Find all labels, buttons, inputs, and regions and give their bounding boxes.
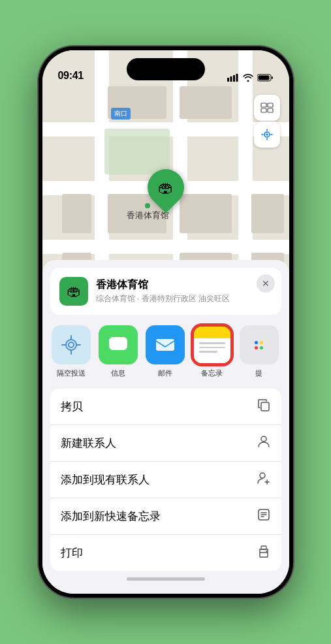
share-item-more[interactable]: 提 xyxy=(240,325,279,378)
action-copy-label: 拷贝 xyxy=(61,399,83,414)
action-print-label: 打印 xyxy=(61,545,83,560)
print-icon xyxy=(257,544,271,562)
status-icons xyxy=(227,74,274,82)
svg-point-12 xyxy=(66,340,76,350)
svg-rect-20 xyxy=(260,553,268,557)
venue-subtitle: 综合体育馆 · 香港特别行政区 油尖旺区 xyxy=(96,293,272,304)
share-item-notes[interactable]: 备忘录 xyxy=(193,325,232,378)
svg-rect-8 xyxy=(261,108,266,112)
message-icon-box xyxy=(99,325,138,364)
message-label: 信息 xyxy=(111,368,125,378)
signal-icon xyxy=(227,74,239,82)
svg-rect-6 xyxy=(261,103,266,107)
person-icon xyxy=(257,434,271,452)
person-add-icon xyxy=(257,471,271,489)
svg-rect-5 xyxy=(258,76,269,80)
action-new-contact[interactable]: 新建联系人 xyxy=(50,425,281,462)
phone-frame: 09:41 xyxy=(39,46,293,598)
bottom-sheet: 🏟 香港体育馆 综合体育馆 · 香港特别行政区 油尖旺区 ✕ xyxy=(42,260,289,594)
share-item-mail[interactable]: 邮件 xyxy=(146,325,185,378)
svg-rect-16 xyxy=(261,402,269,411)
more-label: 提 xyxy=(255,368,262,378)
dynamic-island xyxy=(127,58,205,80)
action-new-contact-label: 新建联系人 xyxy=(61,436,116,451)
venue-card: 🏟 香港体育馆 综合体育馆 · 香港特别行政区 油尖旺区 ✕ xyxy=(50,268,281,315)
notes-icon-box xyxy=(193,325,232,364)
more-icon-box xyxy=(240,325,279,364)
svg-rect-2 xyxy=(233,75,235,82)
svg-rect-9 xyxy=(268,108,273,112)
svg-rect-14 xyxy=(109,337,127,350)
venue-icon: 🏟 xyxy=(59,277,88,306)
venue-info: 香港体育馆 综合体育馆 · 香港特别行政区 油尖旺区 xyxy=(96,278,272,304)
share-row: 隔空投送 信息 xyxy=(42,315,289,383)
action-print[interactable]: 打印 xyxy=(50,535,281,571)
phone-screen: 09:41 xyxy=(42,50,289,594)
airdrop-label: 隔空投送 xyxy=(57,368,86,378)
mail-icon-box xyxy=(146,325,185,364)
svg-point-11 xyxy=(266,134,268,136)
action-quick-note-label: 添加到新快速备忘录 xyxy=(61,509,161,524)
action-copy[interactable]: 拷贝 xyxy=(50,389,281,425)
note-icon xyxy=(257,507,271,525)
svg-rect-0 xyxy=(227,78,229,82)
share-item-message[interactable]: 信息 xyxy=(99,325,138,378)
airdrop-icon-box xyxy=(52,325,91,364)
action-rows: 拷贝 新建联系人 xyxy=(50,389,281,571)
marker-label: 香港体育馆 xyxy=(127,210,169,221)
svg-rect-15 xyxy=(156,339,174,351)
svg-rect-1 xyxy=(230,76,232,82)
home-indicator xyxy=(127,577,205,581)
mail-label: 邮件 xyxy=(158,368,172,378)
svg-point-17 xyxy=(261,436,266,442)
svg-point-18 xyxy=(260,473,265,478)
status-time: 09:41 xyxy=(58,70,84,82)
action-add-existing[interactable]: 添加到现有联系人 xyxy=(50,462,281,498)
svg-rect-7 xyxy=(268,103,273,107)
copy-icon xyxy=(257,398,271,415)
svg-point-13 xyxy=(69,342,74,347)
svg-point-22 xyxy=(266,551,267,552)
wifi-icon xyxy=(243,74,253,82)
svg-rect-3 xyxy=(236,74,238,82)
notes-label: 备忘录 xyxy=(201,368,223,378)
battery-icon xyxy=(257,74,274,82)
venue-emoji: 🏟 xyxy=(67,283,81,300)
action-add-existing-label: 添加到现有联系人 xyxy=(61,472,150,487)
location-button[interactable] xyxy=(254,121,280,148)
action-quick-note[interactable]: 添加到新快速备忘录 xyxy=(50,498,281,535)
map-label-tag: 南口 xyxy=(111,108,131,120)
location-marker: 🏟 香港体育馆 xyxy=(127,161,169,221)
close-button[interactable]: ✕ xyxy=(257,274,275,293)
venue-name: 香港体育馆 xyxy=(96,278,272,292)
map-type-button[interactable] xyxy=(254,95,280,121)
map-controls xyxy=(254,95,280,148)
share-item-airdrop[interactable]: 隔空投送 xyxy=(52,325,91,378)
